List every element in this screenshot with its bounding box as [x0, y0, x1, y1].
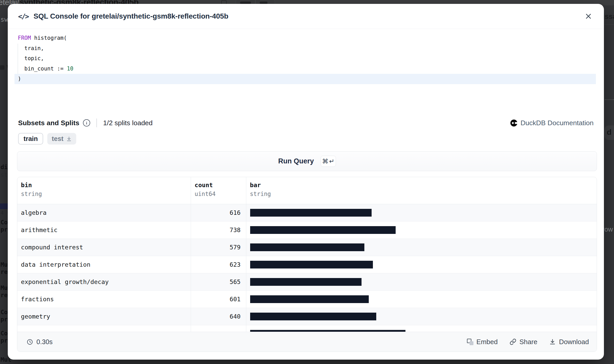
table-body-scroll-area[interactable]: algebra 616 arithmetic 738 compound inte…	[17, 204, 597, 332]
results-table: bin string count uint64 bar string algeb…	[17, 177, 597, 352]
code-line: train,	[14, 43, 596, 54]
background-button-fragment: d	[604, 125, 614, 140]
sql-console-modal: </> SQL Console for gretelai/synthetic-g…	[8, 4, 604, 360]
share-button[interactable]: Share	[510, 338, 537, 346]
download-icon	[549, 338, 556, 345]
splits-loaded-status: 1/2 splits loaded	[103, 119, 153, 127]
sql-editor[interactable]: FROM histogram( train, topic, bin_count …	[14, 33, 596, 84]
modal-header: </> SQL Console for gretelai/synthetic-g…	[8, 4, 604, 29]
code-line: topic,	[14, 53, 596, 64]
query-elapsed: 0.30s	[27, 338, 52, 346]
duckdb-documentation-link[interactable]: DuckDB Documentation	[510, 119, 594, 127]
histogram-bar	[250, 261, 373, 268]
histogram-bar	[250, 226, 396, 234]
indent-guide	[18, 44, 18, 74]
split-selector: train test	[18, 133, 76, 145]
divider	[96, 118, 97, 127]
code-icon: </>	[18, 12, 28, 20]
download-icon	[66, 136, 72, 142]
subsets-splits-row: Subsets and Splits i 1/2 splits loaded D…	[18, 115, 594, 131]
embed-button[interactable]: Embed	[467, 338, 498, 346]
link-icon	[510, 338, 516, 345]
close-icon	[585, 12, 592, 20]
histogram-bar	[250, 243, 364, 251]
table-row: compound interest 579	[17, 239, 597, 256]
table-row: algebra 616	[17, 204, 597, 221]
column-header-bin: bin string	[17, 177, 191, 204]
histogram-bar	[250, 278, 362, 286]
table-footer: 0.30s Embed Share	[17, 332, 597, 352]
code-line: FROM histogram(	[14, 33, 596, 43]
embed-icon	[467, 339, 473, 345]
table-row: fractions 601	[17, 290, 597, 308]
download-button[interactable]: Download	[549, 338, 589, 346]
clock-icon	[27, 339, 33, 345]
close-button[interactable]	[583, 11, 594, 21]
modal-title: SQL Console for gretelai/synthetic-gsm8k…	[34, 12, 228, 20]
list-icon	[0, 65, 4, 70]
column-header-count: count uint64	[191, 177, 246, 204]
subsets-splits-heading: Subsets and Splits	[18, 119, 79, 127]
info-icon[interactable]: i	[83, 119, 90, 126]
table-row: data interpretation 623	[17, 256, 597, 273]
background-fragment: sw	[1, 16, 8, 23]
table-header: bin string count uint64 bar string	[17, 177, 597, 204]
table-row: arithmetic 738	[17, 221, 597, 239]
background-dotted-line	[605, 99, 614, 100]
like-count	[260, 2, 267, 4]
histogram-bar	[250, 209, 372, 217]
histogram-bar	[250, 313, 376, 320]
code-line: bin_count := 10	[14, 64, 596, 74]
duckdb-logo-icon	[510, 120, 517, 126]
histogram-bar	[250, 295, 369, 303]
split-button-train[interactable]: train	[18, 133, 43, 145]
column-header-bar: bar string	[246, 177, 597, 204]
table-row-clipped	[17, 325, 597, 332]
run-query-button[interactable]: Run Query ⌘↵	[17, 151, 597, 171]
background-croissant-fragment: issa	[603, 12, 614, 21]
enter-icon: ↵	[329, 158, 334, 165]
table-row: geometry 640	[17, 308, 597, 325]
histogram-bar	[250, 330, 405, 332]
background-divider	[604, 24, 614, 25]
code-line-active: )	[14, 74, 596, 84]
table-row: exponential growth/decay 565	[17, 273, 597, 290]
background-selected-row	[0, 203, 8, 209]
split-button-test[interactable]: test	[47, 133, 76, 145]
keyboard-shortcut-badge: ⌘↵	[321, 156, 336, 167]
command-icon: ⌘	[322, 158, 328, 165]
heart-icon	[240, 2, 251, 4]
